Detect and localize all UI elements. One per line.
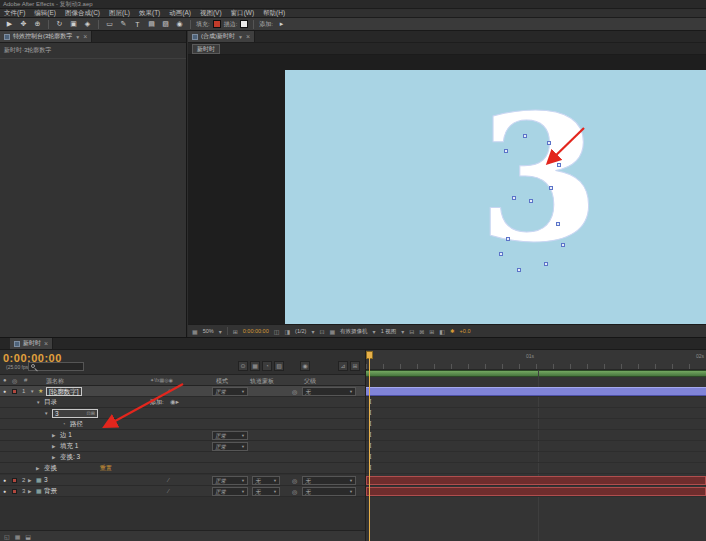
path-vertex[interactable] <box>517 268 521 272</box>
pen-tool-icon[interactable]: ✎ <box>118 20 129 28</box>
group-row-transform-3[interactable]: ▶ 变换: 3 <box>0 452 365 463</box>
clone-stamp-tool-icon[interactable]: ▨ <box>160 20 171 28</box>
track-matte-select[interactable]: 无▼ <box>252 476 280 485</box>
twirl-icon[interactable]: ▼ <box>30 386 34 397</box>
safe-areas-icon[interactable]: ⊞ <box>233 328 238 335</box>
parent-select[interactable]: 无▼ <box>302 387 356 396</box>
tab-composition[interactable]: (合成)新时时 ▼ × <box>188 31 255 42</box>
menu-file[interactable]: 文件(F) <box>4 9 25 17</box>
pan-behind-tool-icon[interactable]: ◈ <box>82 20 93 28</box>
dropdown-arrow-icon[interactable]: ▾ <box>373 328 376 335</box>
property-name-path[interactable]: 路径 <box>70 419 83 429</box>
draft-3d-icon[interactable]: ▦ <box>250 361 260 371</box>
zoom-tool-icon[interactable]: ⊕ <box>32 20 43 28</box>
path-vertex[interactable] <box>544 262 548 266</box>
group-name[interactable]: 填充 1 <box>60 441 78 451</box>
parent-select[interactable]: 无▼ <box>302 487 356 496</box>
graph-editor-icon[interactable]: ⊿ <box>338 361 348 371</box>
hide-shy-layers-icon[interactable]: ◔ <box>262 361 272 371</box>
path-vertex[interactable] <box>549 186 553 190</box>
zoom-level[interactable]: 50% <box>203 328 214 334</box>
channel-icon[interactable]: ◨ <box>284 328 290 335</box>
layer-name-selected[interactable]: [轮廓数字] <box>46 387 82 396</box>
close-icon[interactable]: × <box>246 34 250 40</box>
layer-duration-bar[interactable] <box>366 387 706 396</box>
current-time-indicator[interactable] <box>369 358 370 541</box>
group-row-shape-3[interactable]: ▼ 3 ⊡⊞ <box>0 408 365 419</box>
group-name[interactable]: 变换: 3 <box>60 452 80 462</box>
layer-duration-bar-red[interactable] <box>366 476 706 485</box>
shape-group-name-box[interactable]: 3 ⊡⊞ <box>52 409 98 418</box>
group-row-stroke[interactable]: ▶ 边 1 正常▼ <box>0 430 365 441</box>
path-vertex[interactable] <box>561 243 565 247</box>
add-property-label[interactable]: 添加: <box>150 397 164 407</box>
snapshot-icon[interactable]: ◫ <box>274 328 280 335</box>
expand-layer-switches-icon[interactable]: ◱ <box>4 533 10 540</box>
expand-modes-icon[interactable]: ▦ <box>15 533 21 540</box>
mode-column-header[interactable]: 模式 <box>216 377 228 386</box>
comp-chip[interactable]: 新时时 <box>192 44 220 54</box>
panel-menu-icon[interactable]: ▼ <box>75 34 80 40</box>
group-row-transform[interactable]: ▶ 变换 重置 <box>0 463 365 474</box>
rotate-tool-icon[interactable]: ↻ <box>54 20 65 28</box>
shape-digit-3[interactable]: 3 <box>478 91 600 266</box>
matte-column-header[interactable]: 轨道蒙板 <box>250 377 274 386</box>
camera-tool-icon[interactable]: ▣ <box>68 20 79 28</box>
group-row-fill[interactable]: ▶ 填充 1 正常▼ <box>0 441 365 452</box>
label-color-chip[interactable] <box>12 389 17 394</box>
track-matte-select[interactable]: 无▼ <box>252 487 280 496</box>
path-vertex[interactable] <box>529 199 533 203</box>
fill-color-swatch[interactable] <box>213 20 221 28</box>
menu-composition[interactable]: 图像合成(C) <box>65 9 100 17</box>
composition-mini-flowchart-icon[interactable]: ⊙ <box>238 361 248 371</box>
puppet-tool-icon[interactable]: ◉ <box>174 20 185 28</box>
stroke-color-swatch[interactable] <box>240 20 248 28</box>
menu-edit[interactable]: 编辑(E) <box>34 9 56 17</box>
text-tool-icon[interactable]: T <box>132 21 143 28</box>
blend-mode-select[interactable]: 正常▼ <box>212 431 248 440</box>
resolution-value[interactable]: (1/2) <box>295 328 306 334</box>
twirl-icon[interactable]: ▶ <box>52 441 55 452</box>
hand-tool-icon[interactable]: ✥ <box>18 20 29 28</box>
menu-effect[interactable]: 效果(T) <box>139 9 160 17</box>
add-property-icon[interactable]: ◉▸ <box>170 397 179 407</box>
layer-row-3[interactable]: ● 2 ▶ ▦ 3 ⁄ 正常▼ 无▼ ◎ 无▼ <box>0 475 365 486</box>
property-row-path[interactable]: ◔ 路径 <box>0 419 365 430</box>
visibility-icon[interactable]: ● <box>3 386 6 396</box>
blend-mode-select[interactable]: 正常▼ <box>212 442 248 451</box>
group-name[interactable]: 变换 <box>44 463 57 473</box>
fast-preview-icon[interactable]: ⊠ <box>419 328 424 335</box>
add-menu-icon[interactable]: ▸ <box>276 20 287 28</box>
work-area-bar[interactable] <box>366 370 706 377</box>
path-vertex[interactable] <box>512 196 516 200</box>
frame-blending-icon[interactable]: ▧ <box>274 361 284 371</box>
path-vertex[interactable] <box>547 141 551 145</box>
exposure-value[interactable]: +0.0 <box>460 328 471 334</box>
group-name[interactable]: 边 1 <box>60 430 72 440</box>
dropdown-arrow-icon[interactable]: ▾ <box>311 328 314 335</box>
brush-tool-icon[interactable]: ▤ <box>146 20 157 28</box>
blend-mode-select[interactable]: 正常▼ <box>212 476 248 485</box>
parent-pickwhip-icon[interactable]: ◎ <box>292 477 297 485</box>
visibility-icon[interactable]: ● <box>3 475 6 485</box>
group-name[interactable]: 目录 <box>44 397 57 407</box>
twirl-icon[interactable]: ▶ <box>36 463 39 474</box>
twirl-icon[interactable]: ▶ <box>52 430 55 441</box>
close-icon[interactable]: × <box>83 34 87 40</box>
path-vertex[interactable] <box>556 222 560 226</box>
tab-effect-controls[interactable]: 特效控制台(3轮廓数字 ▼ × <box>0 31 92 42</box>
layer-duration-bar-red[interactable] <box>366 487 706 496</box>
timeline-button-icon[interactable]: ⊞ <box>429 328 434 335</box>
stopwatch-icon[interactable]: ◔ <box>62 419 66 429</box>
transparency-grid-icon[interactable]: ▦ <box>329 328 335 335</box>
selection-tool-icon[interactable]: ▶ <box>4 20 15 28</box>
viewer-timecode[interactable]: 0:00:00:00 <box>243 328 269 334</box>
twirl-icon[interactable]: ▼ <box>36 397 40 408</box>
tab-timeline-comp[interactable]: 新时时 × <box>10 338 53 349</box>
blend-mode-select[interactable]: 正常▼ <box>212 487 248 496</box>
twirl-icon[interactable]: ▶ <box>52 452 55 463</box>
brainstorm-icon[interactable]: ⊞ <box>350 361 360 371</box>
view-layout-select[interactable]: 1 视图 <box>381 328 397 335</box>
menu-animation[interactable]: 动画(A) <box>169 9 191 17</box>
layer-name[interactable]: 背景 <box>44 486 57 496</box>
